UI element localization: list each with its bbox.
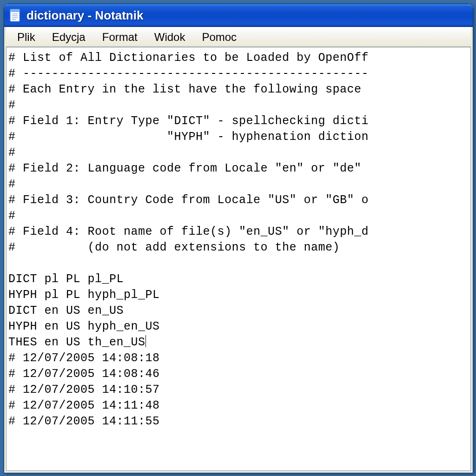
app-window: dictionary - Notatnik Plik Edycja Format… [4, 4, 473, 473]
menu-format[interactable]: Format [94, 28, 146, 46]
menu-help[interactable]: Pomoc [193, 28, 245, 46]
editor-client-area: # List of All Dictionaries to be Loaded … [6, 47, 471, 471]
notepad-icon [9, 8, 22, 23]
window-title: dictionary - Notatnik [26, 8, 143, 23]
menu-view[interactable]: Widok [146, 28, 194, 46]
menubar: Plik Edycja Format Widok Pomoc [6, 27, 471, 47]
titlebar[interactable]: dictionary - Notatnik [4, 4, 473, 27]
svg-rect-1 [10, 9, 20, 12]
text-editor[interactable]: # List of All Dictionaries to be Loaded … [7, 47, 470, 432]
menu-file[interactable]: Plik [9, 28, 44, 46]
menu-edit[interactable]: Edycja [44, 28, 94, 46]
